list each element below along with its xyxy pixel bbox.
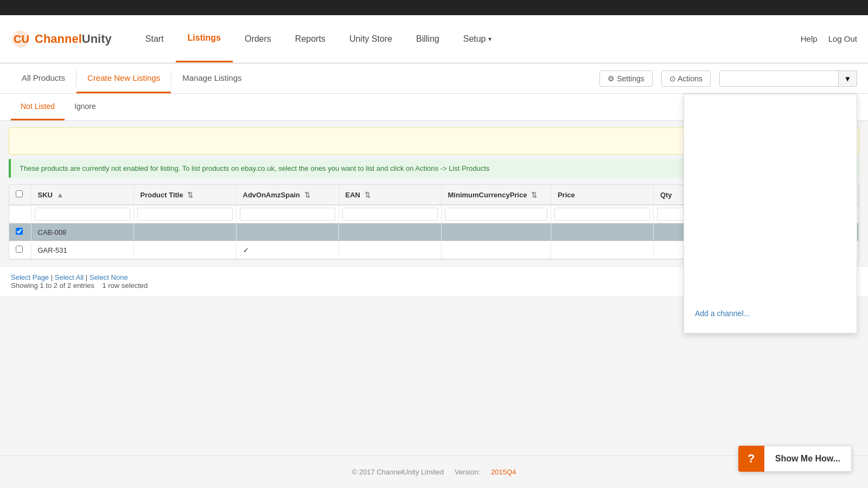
th-price: Price — [551, 185, 653, 205]
filter-price-cell — [551, 205, 653, 223]
pagination-left: Select Page | Select All | Select None S… — [11, 273, 148, 290]
th-checkbox — [9, 185, 31, 205]
cell-price-1 — [551, 223, 653, 241]
actions-button[interactable]: ⊙ Actions — [661, 70, 711, 87]
nav-billing[interactable]: Billing — [404, 15, 451, 62]
cell-ean-2 — [339, 241, 441, 259]
cell-title-2 — [133, 241, 236, 259]
tab-bar: All Products Create New Listings Manage … — [0, 64, 868, 94]
th-sku[interactable]: SKU ▲ — [31, 185, 133, 205]
top-bar — [0, 0, 868, 15]
nav-setup[interactable]: Setup▾ — [451, 15, 503, 62]
filter-title[interactable] — [137, 208, 233, 221]
row-checkbox-cell-2 — [9, 241, 31, 259]
tab-all-products[interactable]: All Products — [11, 64, 76, 93]
filter-adv-cell — [236, 205, 339, 223]
pagination-separator-1: | — [51, 273, 55, 281]
sub-tab-not-listed[interactable]: Not Listed — [11, 94, 65, 120]
filter-mcp-cell — [441, 205, 551, 223]
settings-button[interactable]: ⚙ Settings — [599, 70, 652, 87]
main-content: All Products Create New Listings Manage … — [0, 64, 868, 455]
filter-mcp[interactable] — [445, 208, 547, 221]
setup-arrow-icon: ▾ — [488, 35, 492, 43]
filter-ean[interactable] — [342, 208, 438, 221]
nav-unity-store[interactable]: Unity Store — [337, 15, 404, 62]
nav-listings[interactable]: Listings — [176, 15, 233, 62]
th-adv-amz-spain[interactable]: AdvOnAmzSpain ⇅ — [236, 185, 339, 205]
version-label: Version: — [455, 468, 480, 476]
show-me-how-icon: ? — [738, 446, 764, 472]
filter-sku[interactable] — [35, 208, 130, 221]
dropdown-panel-inner: Add a channel... — [684, 94, 857, 333]
cell-mcp-1 — [441, 223, 551, 241]
sort-icon-mcp: ⇅ — [531, 191, 537, 199]
logo-unity: Unity — [82, 32, 112, 46]
cell-price-2 — [551, 241, 653, 259]
filter-title-cell — [133, 205, 236, 223]
row-checkbox-cell-1 — [9, 223, 31, 241]
svg-text:CU: CU — [14, 33, 29, 45]
showing-text: Showing 1 to 2 of 2 entries — [11, 281, 94, 290]
header: CU ChannelUnity Start Listings Orders Re… — [0, 15, 868, 64]
nav-orders[interactable]: Orders — [233, 15, 283, 62]
version-value: 2015Q4 — [491, 468, 516, 476]
sub-tab-ignore[interactable]: Ignore — [65, 94, 106, 120]
cell-sku-1: CAB-008 — [31, 223, 133, 241]
th-ean[interactable]: EAN ⇅ — [339, 185, 441, 205]
filter-ean-cell — [339, 205, 441, 223]
nav-help[interactable]: Help — [801, 34, 818, 43]
search-dropdown-button[interactable]: ▼ — [839, 70, 857, 87]
cell-sku-2: GAR-531 — [31, 241, 133, 259]
logo[interactable]: CU ChannelUnity — [11, 29, 112, 49]
row-checkbox-1[interactable] — [16, 228, 23, 235]
nav-reports[interactable]: Reports — [283, 15, 337, 62]
nav-right: Help Log Out — [801, 34, 857, 43]
sort-icon-ean: ⇅ — [365, 191, 371, 199]
logo-channel: Channel — [35, 32, 82, 46]
select-page-link[interactable]: Select Page — [11, 273, 49, 281]
nav-logout[interactable]: Log Out — [828, 34, 857, 43]
toolbar-right: ⚙ Settings ⊙ Actions ▼ — [599, 70, 857, 87]
add-channel-link[interactable]: Add a channel... — [695, 305, 846, 322]
search-container: ▼ — [719, 70, 857, 87]
sort-icon-adv: ⇅ — [304, 191, 310, 199]
tab-area: All Products Create New Listings Manage … — [0, 64, 868, 94]
cell-title-1 — [133, 223, 236, 241]
show-me-how-button[interactable]: ? Show Me How... — [738, 446, 852, 472]
sort-icon-sku: ▲ — [57, 191, 64, 199]
filter-price[interactable] — [554, 208, 650, 221]
nav-start[interactable]: Start — [133, 15, 176, 62]
tab-manage-listings[interactable]: Manage Listings — [171, 64, 252, 93]
pagination-separator-2: | — [86, 273, 90, 281]
channel-dropdown-panel: Add a channel... — [684, 94, 857, 333]
copyright-text: © 2017 ChannelUnity Limited — [352, 468, 444, 476]
row-checkbox-2[interactable] — [16, 246, 23, 253]
th-min-currency-price[interactable]: MinimumCurrencyPrice ⇅ — [441, 185, 551, 205]
select-all-checkbox[interactable] — [16, 190, 23, 197]
sort-icon-title: ⇅ — [187, 191, 193, 199]
select-all-link[interactable]: Select All — [55, 273, 84, 281]
th-product-title[interactable]: Product Title ⇅ — [133, 185, 236, 205]
show-me-how-label: Show Me How... — [764, 446, 852, 472]
logo-text: ChannelUnity — [35, 32, 112, 46]
tab-create-new-listings[interactable]: Create New Listings — [76, 64, 171, 93]
cell-ean-1 — [339, 223, 441, 241]
cell-adv-2: ✓ — [236, 241, 339, 259]
row-selected-count: 1 row selected — [102, 281, 148, 290]
cell-mcp-2 — [441, 241, 551, 259]
search-input[interactable] — [719, 70, 839, 87]
main-nav: Start Listings Orders Reports Unity Stor… — [133, 15, 801, 62]
row-selected-text — [97, 281, 100, 290]
select-none-link[interactable]: Select None — [90, 273, 128, 281]
cell-adv-1 — [236, 223, 339, 241]
filter-sku-cell — [31, 205, 133, 223]
filter-checkbox-cell — [9, 205, 31, 223]
logo-icon: CU — [11, 29, 30, 49]
filter-adv[interactable] — [240, 208, 335, 221]
